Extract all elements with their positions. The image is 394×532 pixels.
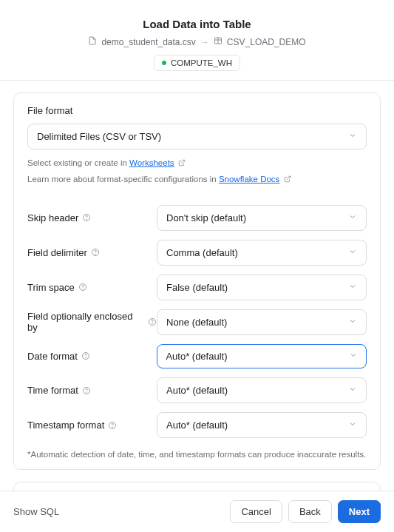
breadcrumb: demo_student_data.csv → CSV_LOAD_DEMO [12, 36, 382, 47]
format-options: Skip header Don't skip (default) Field d… [27, 201, 367, 443]
label-date-format: Date format [27, 351, 78, 362]
dialog-header: Load Data into Table demo_student_data.c… [0, 0, 394, 81]
cancel-button[interactable]: Cancel [230, 500, 282, 523]
label-field-delimiter: Field delimiter [27, 247, 87, 258]
field-delimiter-select[interactable]: Comma (default) [157, 240, 367, 266]
info-icon[interactable] [148, 317, 157, 326]
warehouse-selector[interactable]: COMPUTE_WH [154, 55, 240, 71]
svg-line-4 [287, 177, 291, 181]
status-dot-icon [162, 61, 166, 65]
next-button[interactable]: Next [338, 500, 381, 523]
table-icon [214, 36, 223, 47]
back-button[interactable]: Back [288, 500, 332, 523]
arrow-icon: → [200, 37, 209, 47]
row-skip-header: Skip header Don't skip (default) [27, 201, 367, 235]
svg-point-14 [86, 358, 86, 359]
row-timestamp-format: Timestamp format Auto* (default) [27, 408, 367, 442]
skip-header-select[interactable]: Don't skip (default) [157, 205, 367, 231]
trim-space-select[interactable]: False (default) [157, 275, 367, 300]
label-field-enclosed: Field optionally enclosed by [27, 311, 144, 333]
chevron-down-icon [348, 420, 357, 431]
external-link-icon [284, 175, 291, 184]
source-file: demo_student_data.csv [101, 37, 195, 47]
label-trim-space: Trim space [27, 282, 75, 293]
chevron-down-icon [348, 131, 357, 142]
info-icon[interactable] [81, 351, 90, 360]
label-time-format: Time format [27, 385, 78, 396]
label-skip-header: Skip header [27, 212, 78, 223]
svg-point-10 [83, 289, 84, 289]
date-format-select[interactable]: Auto* (default) [157, 344, 367, 369]
svg-point-6 [86, 219, 87, 220]
field-enclosed-select[interactable]: None (default) [157, 309, 367, 335]
file-icon [88, 36, 97, 47]
dialog-body: File format Delimited Files (CSV or TSV)… [0, 81, 394, 532]
info-icon[interactable] [91, 248, 100, 257]
file-format-select[interactable]: Delimited Files (CSV or TSV) [27, 124, 367, 149]
timestamp-format-select[interactable]: Auto* (default) [157, 412, 367, 438]
time-format-select[interactable]: Auto* (default) [157, 377, 367, 403]
helper-text-create: Select existing or create in Worksheets [27, 157, 367, 170]
external-link-icon [178, 159, 186, 168]
chevron-down-icon [348, 247, 357, 258]
chevron-down-icon [348, 282, 357, 293]
chevron-down-icon [348, 317, 357, 328]
file-format-card: File format Delimited Files (CSV or TSV)… [13, 92, 381, 470]
chevron-down-icon [349, 351, 358, 362]
row-time-format: Time format Auto* (default) [27, 373, 367, 408]
snowflake-docs-link[interactable]: Snowflake Docs [219, 175, 279, 183]
row-date-format: Date format Auto* (default) [27, 340, 367, 374]
page-title: Load Data into Table [12, 18, 382, 30]
row-field-enclosed: Field optionally enclosed by None (defau… [27, 305, 367, 340]
svg-point-12 [152, 323, 153, 324]
svg-point-8 [95, 254, 96, 255]
target-table: CSV_LOAD_DEMO [227, 37, 306, 47]
show-sql-link[interactable]: Show SQL [13, 506, 59, 517]
dialog-footer: Show SQL Cancel Back Next [0, 491, 394, 532]
file-format-value: Delimited Files (CSV or TSV) [37, 131, 161, 142]
info-icon[interactable] [108, 421, 117, 430]
worksheets-link[interactable]: Worksheets [129, 158, 174, 167]
label-timestamp-format: Timestamp format [27, 420, 104, 431]
info-icon[interactable] [82, 213, 91, 222]
svg-point-18 [112, 427, 113, 428]
info-icon[interactable] [78, 283, 87, 292]
chevron-down-icon [348, 212, 357, 223]
info-icon[interactable] [82, 386, 91, 395]
auto-note: *Automatic detection of date, time, and … [27, 450, 367, 459]
svg-line-3 [181, 160, 185, 164]
warehouse-name: COMPUTE_WH [171, 58, 232, 67]
svg-point-16 [86, 392, 87, 393]
chevron-down-icon [348, 385, 357, 396]
row-trim-space: Trim space False (default) [27, 270, 367, 305]
row-field-delimiter: Field delimiter Comma (default) [27, 235, 367, 270]
helper-text-docs: Learn more about format-specific configu… [27, 173, 367, 186]
file-format-label: File format [27, 105, 367, 116]
